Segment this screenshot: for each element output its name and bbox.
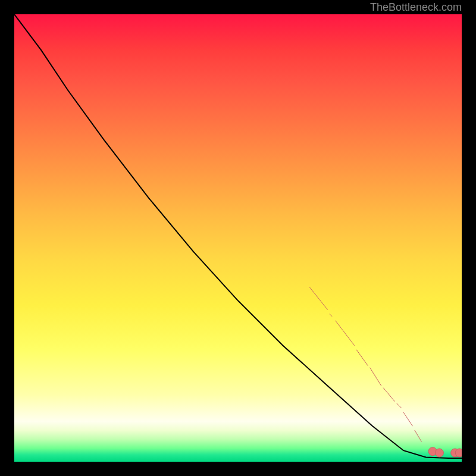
curve-path [14,14,462,458]
svg-line-5 [383,388,394,402]
data-clusters [309,287,421,441]
svg-point-12 [455,449,462,457]
svg-line-2 [336,321,355,345]
chart-area [14,14,462,462]
attribution-text: TheBottleneck.com [370,1,462,14]
svg-point-10 [435,449,443,457]
svg-line-1 [330,314,332,317]
svg-line-4 [370,368,381,386]
svg-line-3 [356,350,368,365]
svg-line-0 [309,287,327,310]
data-points [428,447,462,457]
chart-svg [14,14,462,462]
svg-line-7 [403,412,412,426]
svg-line-8 [415,430,421,441]
svg-line-6 [397,403,402,408]
